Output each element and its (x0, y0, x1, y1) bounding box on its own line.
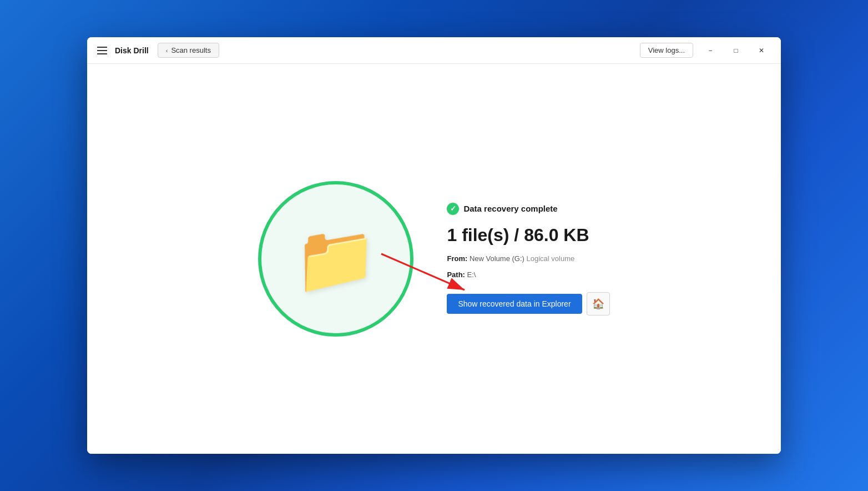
volume-type: Logical volume (527, 254, 575, 263)
app-window: Disk Drill ‹ Scan results View logs... −… (87, 37, 781, 454)
home-icon: 🏠 (592, 298, 604, 310)
from-label: From: (447, 254, 467, 263)
menu-icon[interactable] (94, 43, 110, 58)
show-explorer-button[interactable]: Show recovered data in Explorer (447, 294, 582, 314)
scan-results-button[interactable]: ‹ Scan results (158, 43, 219, 58)
close-button[interactable]: ✕ (749, 42, 774, 59)
file-count: 1 file(s) / 86.0 KB (447, 225, 609, 246)
maximize-button[interactable]: □ (723, 42, 749, 59)
app-title: Disk Drill (115, 46, 149, 55)
actions-row: Show recovered data in Explorer 🏠 (447, 292, 609, 315)
info-panel: Data recovery complete 1 file(s) / 86.0 … (447, 203, 609, 315)
status-row: Data recovery complete (447, 203, 609, 215)
recovery-complete-container: 📁 Data recovery complete 1 file(s) / 86.… (258, 181, 609, 337)
path-label: Path: (447, 270, 465, 279)
chevron-left-icon: ‹ (166, 47, 168, 54)
path-value: E:\ (467, 270, 476, 279)
folder-icon: 📁 (294, 226, 377, 292)
folder-circle: 📁 (258, 181, 413, 337)
from-value: New Volume (G:) (470, 254, 524, 263)
status-text: Data recovery complete (463, 204, 557, 213)
title-bar: Disk Drill ‹ Scan results View logs... −… (87, 37, 781, 64)
minimize-button[interactable]: − (698, 42, 723, 59)
window-controls: − □ ✕ (698, 42, 774, 59)
success-checkmark-icon (447, 203, 459, 215)
from-row: From: New Volume (G:) Logical volume (447, 254, 609, 263)
main-content: 📁 Data recovery complete 1 file(s) / 86.… (87, 64, 781, 454)
home-button[interactable]: 🏠 (587, 292, 610, 315)
view-logs-button[interactable]: View logs... (640, 43, 693, 58)
path-row: Path: E:\ (447, 270, 609, 279)
